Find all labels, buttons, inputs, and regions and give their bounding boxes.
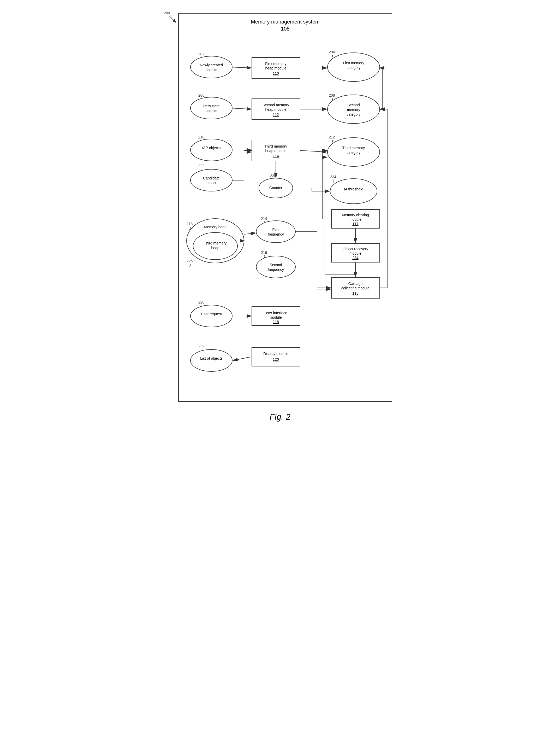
first-cat-label2: category — [346, 66, 361, 70]
first-freq-label2: frequency — [268, 232, 284, 237]
obj-rec-t2: module — [349, 251, 362, 256]
ref-206: 206 — [198, 93, 205, 97]
fig-caption: Fig. 2 — [163, 412, 397, 422]
ref-216: 216 — [261, 251, 267, 255]
first-freq-ellipse — [256, 221, 295, 243]
ref-204: 204 — [329, 50, 335, 54]
ui-mod-t3: 118 — [273, 320, 279, 324]
ref-210: 210 — [198, 135, 205, 139]
display-module-rect — [252, 347, 300, 366]
user-request-label1: User request — [201, 312, 222, 316]
diagram-svg: 202 Newly created objects 206 Persistent… — [184, 40, 388, 392]
arrow-mem-heap-to-first-freq — [244, 233, 256, 234]
ia-threshold-ellipse — [330, 179, 377, 204]
gc-t2: collecting module — [341, 286, 370, 290]
ui-mod-t1: User interface — [264, 311, 287, 315]
newly-created-ellipse — [190, 56, 232, 78]
svg-line-0 — [169, 16, 176, 22]
first-freq-label1: First — [272, 227, 279, 232]
page-wrapper: 200 Memory management system 108 202 — [163, 10, 397, 422]
persistent-label2: objects — [206, 109, 217, 113]
first-heap-mod-t1: First memory — [265, 62, 287, 66]
obj-rec-t3: 234 — [352, 256, 358, 260]
list-objects-ellipse — [190, 349, 232, 372]
list-objects-label1: List of objects — [200, 356, 223, 360]
newly-created-label2: objects — [206, 68, 217, 72]
persistent-ellipse — [190, 97, 232, 119]
third-heap-label2: heap — [211, 246, 219, 250]
arrow-newly-to-first-heap — [232, 67, 251, 68]
second-heap-mod-t3: 112 — [273, 113, 279, 117]
first-heap-mod-t3: 110 — [273, 71, 279, 75]
second-cat-label2: memory — [347, 108, 361, 112]
mem-clear-t3: 117 — [352, 222, 358, 226]
third-heap-mod-t3: 114 — [273, 154, 279, 158]
arrow-third-cat-to-second-cat — [380, 109, 385, 152]
arrow-third-cat-to-mem-clearing — [322, 150, 331, 219]
arrow-second-cat-to-first-cat — [380, 68, 382, 109]
arrow-gc-to-second-cat — [380, 109, 388, 288]
arrow-third-heap-to-memory-heap — [244, 150, 252, 241]
third-cat-label1: Third memory — [342, 146, 365, 150]
second-cat-label1: Second — [347, 103, 359, 107]
mem-clear-t2: module — [349, 217, 362, 221]
ref-226: 226 — [186, 259, 193, 263]
candidate-ellipse — [190, 169, 232, 191]
ref-220: 220 — [270, 174, 276, 178]
arrow-display-to-list — [233, 357, 251, 360]
display-mod-t1: Display module — [263, 351, 288, 356]
ref-232: 232 — [198, 344, 205, 348]
second-freq-label2: frequency — [268, 267, 284, 272]
candidate-label1: Candidate — [203, 176, 220, 180]
second-freq-ellipse — [256, 256, 295, 278]
ref-222: 222 — [198, 164, 205, 168]
ref-202: 202 — [198, 52, 205, 56]
system-title: Memory management system — [184, 19, 387, 25]
memory-heap-label: Memory heap — [204, 225, 227, 229]
iap-label1: IAP objects — [202, 146, 221, 150]
arrow-first-freq-to-gc — [295, 232, 331, 288]
second-freq-label1: Second — [269, 263, 282, 267]
gc-t3: 116 — [352, 291, 358, 295]
mem-clear-t1: Memory clearing — [342, 213, 369, 217]
user-request-ellipse — [190, 305, 232, 327]
second-heap-mod-t1: Second memory — [262, 103, 289, 107]
second-heap-mod-t2: heap module — [265, 107, 287, 112]
display-mod-t3: 120 — [273, 357, 279, 361]
arrow-counter-to-ia-threshold — [293, 188, 330, 191]
ref-218: 218 — [186, 222, 193, 226]
candidate-label2: object — [207, 181, 216, 185]
gc-t1: Garbage — [348, 282, 363, 286]
ref-214: 214 — [261, 216, 267, 221]
first-heap-mod-t2: heap module — [265, 66, 287, 70]
ref-212: 212 — [329, 135, 335, 139]
ui-mod-t2: module — [270, 315, 282, 320]
ref-228: 228 — [198, 300, 205, 304]
ia-threshold-label1: IA threshold — [344, 187, 363, 191]
third-heap-mod-t2: heap module — [265, 149, 287, 153]
arrow-candidate-to-third-heap — [232, 152, 251, 180]
ref-224: 224 — [330, 175, 336, 179]
newly-created-label1: Newly created — [200, 63, 223, 67]
third-heap-label1: Third memory — [204, 241, 227, 245]
main-box: Memory management system 108 202 Newly c… — [178, 13, 392, 402]
ref-200-label: 200 — [164, 11, 170, 15]
system-title-num: 108 — [184, 26, 387, 32]
second-cat-label3: category — [346, 112, 361, 117]
arrow-persistent-to-second-heap — [232, 108, 251, 109]
first-cat-label1: First memory — [343, 61, 364, 65]
persistent-label1: Persistent — [203, 104, 220, 108]
third-heap-mod-t1: Third memory — [265, 144, 287, 148]
iap-ellipse — [190, 139, 232, 161]
third-cat-label2: category — [346, 150, 361, 155]
obj-rec-t1: Object recovery — [343, 247, 368, 251]
ref-208: 208 — [329, 93, 335, 97]
counter-label: Counter — [269, 186, 283, 190]
arrow-second-freq-to-gc — [295, 267, 331, 289]
